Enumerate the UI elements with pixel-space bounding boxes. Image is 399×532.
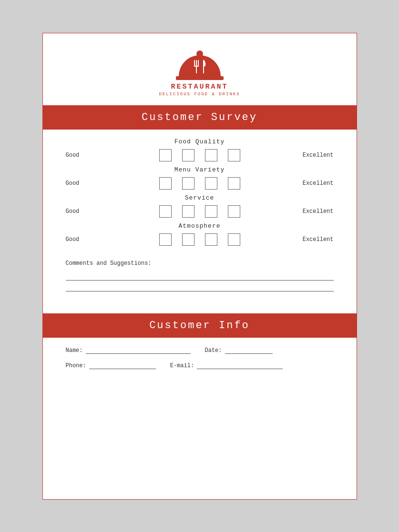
name-date-row: Name: Date: [66,347,334,354]
date-field: Date: [205,347,273,354]
atmosphere-row: Good Excellent [66,233,334,246]
service-checkboxes [99,205,300,218]
svg-rect-2 [198,60,199,67]
info-banner: Customer Info [43,313,357,338]
restaurant-name: RESTAURANT [171,83,228,91]
food-quality-group: Food Quality Good Excellent [66,138,334,161]
food-quality-label: Food Quality [66,138,334,145]
service-right: Excellent [300,208,334,215]
cloche-base [176,76,224,80]
service-box-3[interactable] [205,205,217,218]
atmosphere-box-1[interactable] [159,233,172,246]
logo-area: RESTAURANT DELICIOUS FOOD & DRINKS [43,33,357,105]
atmosphere-left: Good [66,236,99,243]
phone-email-row: Phone: E-mail: [66,362,334,369]
comment-line-2 [66,291,334,291]
food-quality-box-3[interactable] [205,149,217,161]
survey-banner: Customer Survey [43,105,357,130]
food-quality-box-1[interactable] [159,149,172,161]
menu-variety-box-2[interactable] [182,177,194,190]
date-line[interactable] [225,353,273,354]
food-quality-box-4[interactable] [228,149,240,161]
atmosphere-box-4[interactable] [228,233,240,246]
cloche-dome [179,55,221,76]
food-quality-left: Good [66,152,99,159]
phone-line[interactable] [89,369,156,369]
utensils-icon [193,60,206,73]
menu-variety-box-1[interactable] [159,177,172,190]
date-label: Date: [205,347,222,354]
atmosphere-label: Atmosphere [66,222,334,230]
restaurant-logo [174,47,226,80]
menu-variety-row: Good Excellent [66,177,334,190]
phone-label: Phone: [66,362,86,369]
atmosphere-box-2[interactable] [182,233,194,246]
email-field: E-mail: [170,362,283,369]
food-quality-box-2[interactable] [182,149,194,161]
food-quality-right: Excellent [300,152,334,159]
name-field: Name: [66,347,191,354]
svg-rect-4 [196,66,197,73]
menu-variety-label: Menu Variety [66,166,334,173]
svg-rect-0 [194,60,195,67]
menu-variety-left: Good [66,180,99,187]
atmosphere-box-3[interactable] [205,233,217,246]
cloche-handle [196,50,203,57]
info-section: Name: Date: Phone: E-mail: [43,338,357,388]
menu-variety-right: Excellent [300,180,334,187]
comment-line-1 [66,280,334,281]
menu-variety-checkboxes [99,177,300,190]
service-row: Good Excellent [66,205,334,218]
food-quality-checkboxes [99,149,300,161]
survey-section: Food Quality Good Excellent Menu Variety… [43,130,357,255]
menu-variety-box-4[interactable] [228,177,240,190]
comments-label: Comments and Suggestions: [66,260,334,267]
atmosphere-group: Atmosphere Good Excellent [66,222,334,246]
service-group: Service Good Excellent [66,194,334,218]
phone-field: Phone: [66,362,156,369]
comments-section: Comments and Suggestions: [43,255,357,309]
service-label: Service [66,194,334,201]
email-line[interactable] [197,369,283,369]
food-quality-row: Good Excellent [66,149,334,161]
menu-variety-box-3[interactable] [205,177,217,190]
restaurant-tagline: DELICIOUS FOOD & DRINKS [159,92,240,97]
svg-rect-1 [196,60,197,67]
atmosphere-right: Excellent [300,236,334,243]
survey-page: RESTAURANT DELICIOUS FOOD & DRINKS Custo… [42,33,357,500]
service-box-1[interactable] [159,205,172,218]
service-box-2[interactable] [182,205,194,218]
atmosphere-checkboxes [99,233,300,246]
name-line[interactable] [86,353,191,354]
menu-variety-group: Menu Variety Good Excellent [66,166,334,190]
name-label: Name: [66,347,83,354]
service-left: Good [66,208,99,215]
email-label: E-mail: [170,362,194,369]
service-box-4[interactable] [228,205,240,218]
